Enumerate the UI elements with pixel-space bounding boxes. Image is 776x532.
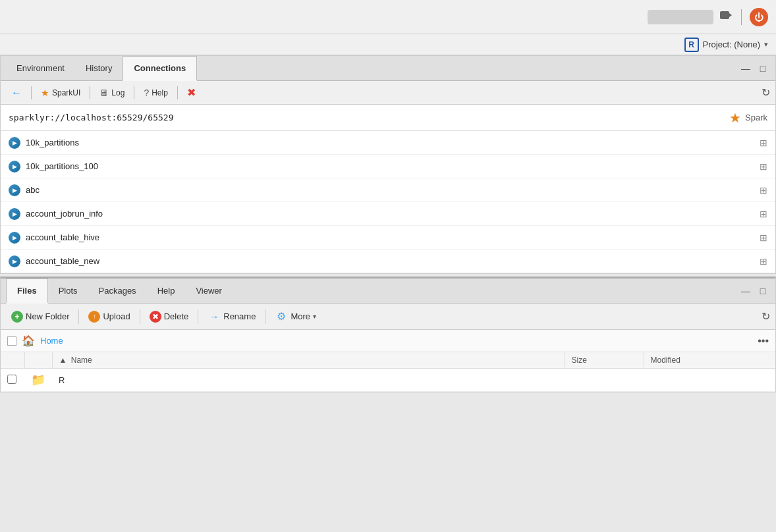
table-row[interactable]: ▶ 10k_partitions ⊞ [1,131,775,155]
power-button[interactable]: ⏻ [750,8,768,26]
delete-label: Delete [164,311,189,321]
log-label: Log [111,88,125,97]
grid-icon: ⊞ [760,232,767,243]
col-header-size[interactable]: Size [565,352,644,369]
spark-text: Spark [745,113,767,122]
back-button[interactable]: ← [6,85,27,101]
top-bar-divider [741,9,742,25]
lower-minimize-button[interactable]: — [738,284,753,298]
svg-marker-1 [729,13,732,17]
tab-packages[interactable]: Packages [88,279,147,304]
tab-environment[interactable]: Environment [6,56,75,81]
more-gear-icon: ⚙ [275,310,288,323]
files-sep-2 [140,309,140,324]
table-row[interactable]: ▶ account_jobrun_info ⊞ [1,202,775,226]
play-icon: ▶ [9,232,20,244]
upload-button[interactable]: ↑ Upload [83,308,135,325]
connections-refresh-button[interactable]: ↻ [762,86,770,99]
files-sep-3 [198,309,198,324]
rename-button[interactable]: → Rename [202,309,261,325]
row-checkbox[interactable] [7,375,16,384]
select-all-checkbox[interactable] [7,336,16,346]
tab-connections[interactable]: Connections [123,56,197,81]
col-header-icon [24,352,52,369]
table-name: account_jobrun_info [26,209,103,219]
back-icon: ← [11,87,22,99]
play-icon: ▶ [9,161,20,173]
upload-label: Upload [103,311,130,321]
upper-tab-bar: Environment History Connections — □ [1,56,775,81]
table-name: 10k_partitions [26,138,79,147]
toolbar-sep-3 [134,86,134,99]
more-button[interactable]: ⚙ More ▾ [269,307,321,326]
new-folder-button[interactable]: + New Folder [6,308,74,325]
file-modified [644,369,775,392]
home-icon: 🏠 [22,334,35,347]
col-header-name[interactable]: ▲ Name [52,352,565,369]
log-icon: 🖥 [99,88,109,98]
file-size [565,369,644,392]
play-icon: ▶ [9,208,20,220]
files-refresh-button[interactable]: ↻ [762,310,770,323]
file-name: R [59,375,65,385]
spark-label: ★ Spark [729,110,767,126]
table-row[interactable]: ▶ account_table_hive ⊞ [1,226,775,250]
toolbar-sep-4 [177,86,178,99]
breadcrumb-bar: 🏠 Home ••• [1,330,775,352]
folder-icon: 📁 [31,373,45,386]
sparkui-star-icon: ★ [41,88,49,98]
file-table: ▲ Name Size Modified 📁 R [1,352,775,392]
table-name: account_table_new [26,256,99,266]
forward-icon[interactable] [719,8,733,26]
tab-history[interactable]: History [75,56,123,81]
col-header-check [1,352,24,369]
files-sep-1 [78,309,79,324]
table-row[interactable]: ▶ abc ⊞ [1,178,775,202]
rename-icon: → [208,311,221,322]
help-button[interactable]: ? Help [138,86,173,100]
spark-star-icon: ★ [729,110,741,126]
help-label: Help [152,88,168,97]
sparkui-button[interactable]: ★ SparkUI [36,86,86,100]
delete-button[interactable]: ✖ Delete [144,308,194,325]
more-label: More [291,311,310,321]
table-list: ▶ 10k_partitions ⊞ ▶ 10k_partitions_100 … [1,131,775,273]
table-row[interactable]: ▶ account_table_new ⊞ [1,250,775,273]
table-name: abc [26,185,40,195]
log-button[interactable]: 🖥 Log [94,86,130,100]
project-chevron-icon[interactable]: ▾ [764,40,768,49]
disconnect-icon: ✖ [187,86,196,99]
lower-maximize-button[interactable]: □ [756,284,770,298]
breadcrumb-home-link[interactable]: Home [40,336,63,346]
help-icon: ? [144,88,149,98]
upper-panel: Environment History Connections — □ ← ★ … [0,55,776,274]
svg-rect-0 [720,11,729,19]
user-indicator [648,10,713,24]
disconnect-button[interactable]: ✖ [182,84,201,101]
upper-maximize-button[interactable]: □ [756,61,770,76]
table-name: 10k_partitions_100 [26,161,98,171]
toolbar-sep-1 [31,86,32,99]
table-name: account_table_hive [26,232,99,242]
files-sep-4 [265,309,265,324]
tab-files[interactable]: Files [6,279,48,304]
tab-viewer[interactable]: Viewer [185,279,233,304]
table-row[interactable]: 📁 R [1,369,775,392]
play-icon: ▶ [9,137,20,149]
play-icon: ▶ [9,184,20,196]
tab-help[interactable]: Help [147,279,186,304]
table-row[interactable]: ▶ 10k_partitions_100 ⊞ [1,155,775,178]
tab-plots[interactable]: Plots [48,279,88,304]
lower-tab-bar: Files Plots Packages Help Viewer — □ [1,279,775,304]
more-options-button[interactable]: ••• [758,335,769,347]
files-toolbar: + New Folder ↑ Upload ✖ Delete → Rename … [1,304,775,330]
col-header-modified[interactable]: Modified [644,352,775,369]
grid-icon: ⊞ [760,185,767,196]
upper-minimize-button[interactable]: — [738,61,753,76]
sort-arrow-icon: ▲ [59,356,67,365]
more-chevron-icon: ▾ [313,313,316,320]
delete-icon: ✖ [150,311,161,323]
play-icon: ▶ [9,255,20,267]
grid-icon: ⊞ [760,256,767,267]
new-folder-icon: + [11,311,23,323]
